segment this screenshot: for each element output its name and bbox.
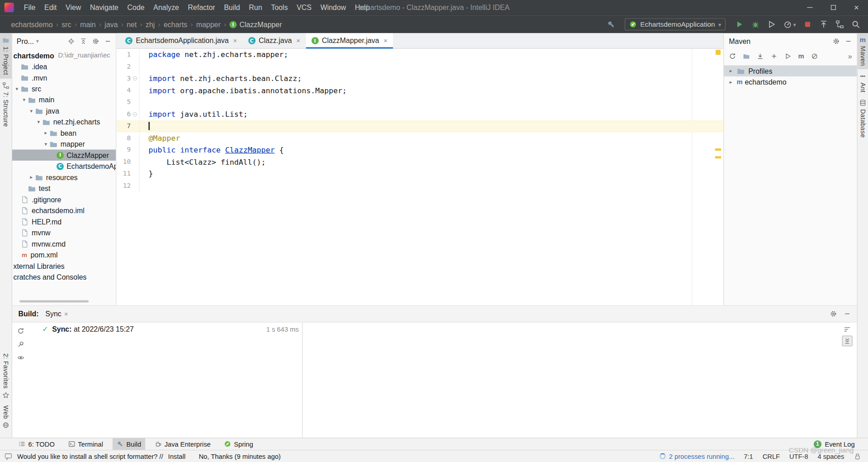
project-tree-item-echartsdemoapplication[interactable]: CEchartsdemoApplication bbox=[12, 161, 116, 171]
project-tree-item-mvnw-cmd[interactable]: mvnw.cmd bbox=[12, 238, 116, 249]
project-tree-item-help-md[interactable]: HELP.md bbox=[12, 216, 116, 227]
tool-button-structure[interactable]: 7: Structure bbox=[0, 78, 12, 130]
code-line-8[interactable]: 8@Mapper bbox=[116, 132, 723, 144]
project-tree-item-test[interactable]: test bbox=[12, 183, 116, 194]
build-project-button[interactable] bbox=[607, 20, 616, 29]
line-separator-widget[interactable]: CRLF bbox=[763, 452, 780, 460]
error-stripe-mark[interactable] bbox=[716, 50, 721, 55]
stop-button[interactable] bbox=[803, 20, 812, 29]
project-tree-item-resources[interactable]: ▸resources bbox=[12, 172, 116, 183]
code-line-4[interactable]: 4import org.apache.ibatis.annotations.Ma… bbox=[116, 85, 723, 96]
tab-close-icon[interactable]: × bbox=[297, 37, 301, 44]
maven-execute-goal-button[interactable] bbox=[784, 52, 792, 60]
collapse-all-button[interactable] bbox=[80, 38, 87, 45]
menu-file[interactable]: File bbox=[19, 0, 40, 15]
maven-item-echartsdemo[interactable]: ▸mechartsdemo bbox=[724, 76, 857, 87]
menu-window[interactable]: Window bbox=[316, 0, 350, 15]
breadcrumb-item-main[interactable]: main bbox=[78, 20, 98, 29]
maven-add-project-button[interactable] bbox=[770, 52, 778, 60]
sync-result-row[interactable]: ✓ Sync: at 2022/6/23 15:27 1 s 643 ms bbox=[42, 325, 299, 333]
install-link[interactable]: Install bbox=[168, 452, 185, 460]
tab-clazzmapper-java[interactable]: IClazzMapper.java× bbox=[306, 33, 393, 48]
event-log-button[interactable]: 1 Event Log bbox=[814, 440, 863, 448]
expand-arrow-icon[interactable]: ▸ bbox=[727, 68, 735, 74]
caret-position-widget[interactable]: 7:1 bbox=[744, 452, 753, 460]
code-line-5[interactable]: 5 bbox=[116, 96, 723, 108]
tab-close-icon[interactable]: × bbox=[233, 37, 237, 44]
statusbar-button-terminal[interactable]: Terminal bbox=[64, 438, 107, 450]
tool-button-favorites[interactable]: 2: Favorites bbox=[0, 350, 12, 402]
breadcrumb-item-zhj[interactable]: zhj bbox=[143, 20, 157, 29]
readonly-lock-icon[interactable] bbox=[854, 452, 861, 460]
debug-button[interactable] bbox=[751, 20, 760, 29]
tab-close-icon[interactable]: × bbox=[383, 37, 387, 44]
project-tree-item-chartsdemo[interactable]: chartsdemoD:\idr_ruanjian\ec bbox=[12, 50, 116, 61]
breadcrumb-item-java[interactable]: java bbox=[102, 20, 120, 29]
project-tree-item-java[interactable]: ▾java bbox=[12, 105, 116, 116]
code-line-2[interactable]: 2 bbox=[116, 61, 723, 72]
menu-analyze[interactable]: Analyze bbox=[149, 0, 183, 15]
project-tree-item-src[interactable]: ▾src bbox=[12, 83, 116, 94]
statusbar-button-java-enterprise[interactable]: Java Enterprise bbox=[151, 438, 214, 450]
code-line-11[interactable]: 11} bbox=[116, 168, 723, 180]
soft-wrap-button[interactable] bbox=[844, 326, 851, 333]
error-stripe-mark[interactable] bbox=[715, 156, 721, 158]
coverage-button[interactable] bbox=[767, 20, 776, 29]
menu-edit[interactable]: Edit bbox=[40, 0, 61, 15]
maven-download-sources-button[interactable] bbox=[757, 52, 764, 60]
no-thanks-link[interactable]: No, Thanks (9 minutes ago) bbox=[199, 452, 281, 460]
maven-settings-button[interactable]: m bbox=[798, 52, 804, 59]
statusbar-button-6-todo[interactable]: 6: TODO bbox=[14, 438, 59, 450]
expand-arrow-icon[interactable]: ▸ bbox=[727, 79, 735, 85]
project-tree-item-mvnw[interactable]: mvnw bbox=[12, 227, 116, 238]
hide-panel-button[interactable] bbox=[104, 38, 112, 45]
code-line-10[interactable]: 10 List<Clazz> findAll(); bbox=[116, 156, 723, 168]
statusbar-button-build[interactable]: Build bbox=[113, 438, 145, 450]
project-structure-button[interactable] bbox=[835, 20, 844, 29]
tool-button-web[interactable]: Web bbox=[0, 402, 12, 432]
scroll-to-end-button[interactable] bbox=[842, 336, 852, 346]
encoding-widget[interactable]: UTF-8 bbox=[789, 452, 808, 460]
build-rerun-button[interactable] bbox=[17, 328, 24, 335]
menu-navigate[interactable]: Navigate bbox=[85, 0, 123, 15]
minimize-button[interactable] bbox=[798, 0, 821, 15]
code-line-1[interactable]: 1package net.zhj.echarts.mapper; bbox=[116, 49, 723, 61]
tool-button-project[interactable]: 1: Project bbox=[0, 33, 12, 78]
more-actions-icon[interactable]: » bbox=[848, 52, 852, 60]
menu-view[interactable]: View bbox=[61, 0, 85, 15]
project-tree-item-clazzmapper[interactable]: IClazzMapper bbox=[12, 150, 116, 161]
maximize-button[interactable] bbox=[821, 0, 844, 15]
build-settings-button[interactable] bbox=[830, 310, 837, 318]
project-settings-button[interactable] bbox=[92, 38, 99, 45]
project-tree-item-main[interactable]: ▾main bbox=[12, 94, 116, 105]
menu-code[interactable]: Code bbox=[123, 0, 149, 15]
pin-tab-button[interactable] bbox=[17, 341, 24, 348]
run-configuration-selector[interactable]: EchartsdemoApplication ▾ bbox=[625, 18, 726, 30]
tool-button-database[interactable]: Database bbox=[858, 96, 868, 141]
project-tree-item-idea[interactable]: .idea bbox=[12, 61, 116, 72]
close-button[interactable]: × bbox=[845, 0, 868, 15]
breadcrumb-item-src[interactable]: src bbox=[59, 20, 73, 29]
project-tree-item-net-zhj-echarts[interactable]: ▾net.zhj.echarts bbox=[12, 116, 116, 127]
project-tree-item-xternal-libraries[interactable]: xternal Libraries bbox=[12, 260, 116, 271]
tab-close-icon[interactable]: × bbox=[64, 310, 68, 318]
locate-file-button[interactable] bbox=[68, 38, 75, 45]
project-view-selector[interactable]: Pro... ▾ bbox=[17, 37, 39, 45]
code-line-3[interactable]: 3import net.zhj.echarts.bean.Clazz; bbox=[116, 72, 723, 84]
maven-reimport-button[interactable] bbox=[729, 52, 736, 60]
project-tree-item-mapper[interactable]: ▾mapper bbox=[12, 138, 116, 149]
search-everywhere-button[interactable] bbox=[851, 20, 860, 29]
tab-clazz-java[interactable]: CClazz.java× bbox=[243, 33, 306, 48]
project-tree-item-bean[interactable]: ▸bean bbox=[12, 128, 116, 138]
tool-button-ant[interactable]: Ant bbox=[858, 69, 868, 96]
maven-item-profiles[interactable]: ▸Profiles bbox=[724, 65, 857, 76]
menu-refactor[interactable]: Refactor bbox=[184, 0, 220, 15]
update-project-button[interactable] bbox=[819, 20, 828, 29]
tool-button-maven[interactable]: m Maven bbox=[858, 33, 868, 69]
code-line-6[interactable]: 6import java.util.List; bbox=[116, 108, 723, 120]
maven-generate-sources-button[interactable] bbox=[743, 52, 750, 60]
maven-settings-gear-button[interactable] bbox=[833, 38, 840, 45]
hide-panel-button[interactable] bbox=[845, 38, 852, 45]
preview-button[interactable] bbox=[17, 354, 24, 361]
project-tree-item-mvn[interactable]: .mvn bbox=[12, 72, 116, 83]
